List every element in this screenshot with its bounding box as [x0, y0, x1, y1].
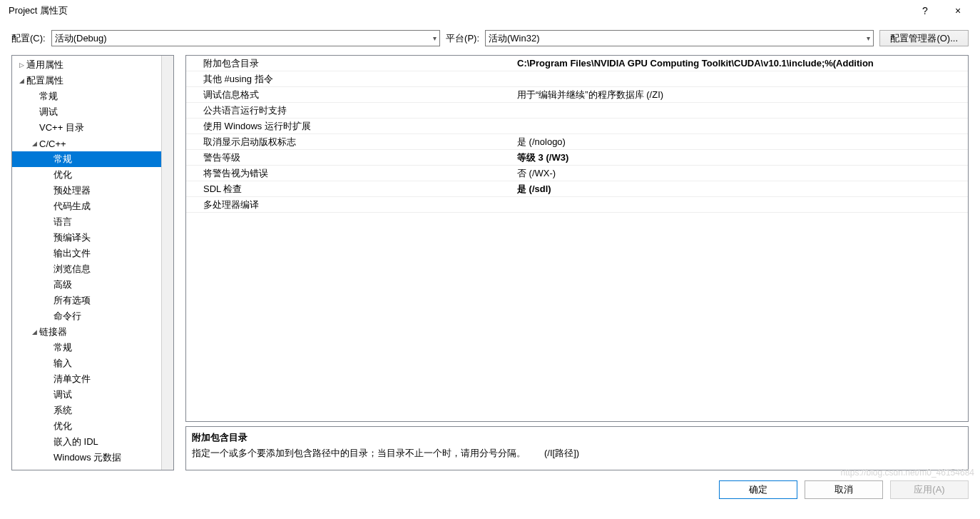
tree-item-label: Windows 元数据: [53, 451, 121, 464]
property-value[interactable]: C:\Program Files\NVIDIA GPU Computing To…: [514, 58, 968, 69]
close-button[interactable]: ×: [941, 0, 974, 21]
property-row[interactable]: 调试信息格式用于“编辑并继续”的程序数据库 (/ZI): [186, 87, 968, 103]
config-combo[interactable]: 活动(Debug) ▾: [51, 30, 440, 46]
tree-item-label: 常规: [53, 341, 72, 354]
tree-item[interactable]: 高级: [12, 277, 162, 293]
tree-item-label: 嵌入的 IDL: [53, 435, 98, 448]
property-row[interactable]: 其他 #using 指令: [186, 71, 968, 87]
property-row[interactable]: 警告等级等级 3 (/W3): [186, 150, 968, 166]
tree-item[interactable]: 输出文件: [12, 246, 162, 261]
config-manager-button[interactable]: 配置管理器(O)...: [879, 30, 969, 46]
property-row[interactable]: 多处理器编译: [186, 197, 968, 213]
property-row[interactable]: 公共语言运行时支持: [186, 103, 968, 119]
tree-item-label: 预处理器: [53, 184, 91, 197]
tree-item-label: 语言: [53, 216, 72, 228]
tree-item[interactable]: 优化: [12, 418, 162, 434]
ok-button[interactable]: 确定: [719, 480, 797, 499]
property-value[interactable]: 否 (/WX-): [514, 167, 968, 180]
config-label: 配置(C):: [11, 32, 46, 45]
tree-item[interactable]: 常规: [12, 89, 162, 104]
tree-item[interactable]: 语言: [12, 214, 162, 230]
config-combo-value: 活动(Debug): [55, 32, 433, 45]
property-label: 将警告视为错误: [186, 167, 514, 180]
property-label: SDL 检查: [186, 183, 514, 196]
tree-item[interactable]: 预处理器: [12, 183, 162, 198]
tree-item[interactable]: 所有选项: [12, 293, 162, 308]
tree-item[interactable]: 常规: [12, 340, 162, 356]
expanded-icon[interactable]: ◢: [29, 140, 39, 147]
property-value[interactable]: 是 (/sdl): [514, 183, 968, 196]
tree-item-label: 输出文件: [53, 247, 91, 260]
tree-item[interactable]: VC++ 目录: [12, 120, 162, 136]
tree-item-label: VC++ 目录: [39, 121, 84, 134]
property-row[interactable]: SDL 检查是 (/sdl): [186, 181, 968, 197]
property-value[interactable]: 用于“编辑并继续”的程序数据库 (/ZI): [514, 89, 968, 101]
tree-item[interactable]: 代码生成: [12, 198, 162, 214]
tree-item-label: 系统: [53, 404, 72, 417]
expanded-icon[interactable]: ◢: [16, 77, 26, 84]
tree-item[interactable]: ◢配置属性: [12, 73, 162, 89]
chevron-down-icon: ▾: [867, 34, 870, 42]
tree-item-label: 优化: [53, 420, 72, 433]
dialog-footer: 确定 取消 应用(A): [0, 470, 980, 499]
property-label: 多处理器编译: [186, 198, 514, 211]
platform-combo[interactable]: 活动(Win32) ▾: [485, 30, 874, 46]
tree-item-label: 通用属性: [26, 59, 63, 71]
category-tree: ▴ ▷通用属性◢配置属性常规调试VC++ 目录◢C/C++常规优化预处理器代码生…: [11, 55, 174, 470]
description-panel: 附加包含目录 指定一个或多个要添加到包含路径中的目录；当目录不止一个时，请用分号…: [185, 426, 969, 470]
collapsed-icon[interactable]: ▷: [16, 61, 26, 69]
property-label: 取消显示启动版权标志: [186, 136, 514, 148]
expanded-icon[interactable]: ◢: [29, 328, 39, 336]
tree-item-label: 所有选项: [53, 294, 91, 307]
tree-item-label: 调试: [53, 388, 72, 401]
tree-item[interactable]: 常规: [12, 151, 162, 167]
tree-item[interactable]: 浏览信息: [12, 261, 162, 277]
tree-item-label: 配置属性: [26, 74, 63, 87]
tree-item[interactable]: 嵌入的 IDL: [12, 434, 162, 450]
tree-item[interactable]: ▷通用属性: [12, 57, 162, 73]
property-value[interactable]: 是 (/nologo): [514, 136, 968, 148]
tree-item[interactable]: 命令行: [12, 308, 162, 324]
property-grid: 附加包含目录C:\Program Files\NVIDIA GPU Comput…: [185, 55, 969, 422]
tree-item-label: 预编译头: [53, 231, 91, 244]
tree-item-label: 调试: [39, 106, 58, 119]
property-row[interactable]: 使用 Windows 运行时扩展: [186, 119, 968, 134]
tree-item[interactable]: 优化: [12, 167, 162, 183]
tree-item-label: 清单文件: [53, 373, 91, 386]
description-title: 附加包含目录: [192, 431, 962, 444]
property-label: 附加包含目录: [186, 57, 514, 70]
tree-item-label: 常规: [39, 90, 58, 103]
window-title: Project 属性页: [6, 4, 909, 17]
help-button[interactable]: ?: [909, 0, 941, 21]
toolbar: 配置(C): 活动(Debug) ▾ 平台(P): 活动(Win32) ▾ 配置…: [0, 21, 980, 55]
tree-item[interactable]: 调试: [12, 104, 162, 120]
scroll-up-button[interactable]: ▴: [162, 56, 173, 67]
tree-item[interactable]: 调试: [12, 387, 162, 403]
tree-item[interactable]: 系统: [12, 403, 162, 418]
property-label: 使用 Windows 运行时扩展: [186, 120, 514, 133]
tree-item-label: 命令行: [53, 310, 81, 323]
tree-item[interactable]: 输入: [12, 356, 162, 371]
description-body: 指定一个或多个要添加到包含路径中的目录；当目录不止一个时，请用分号分隔。 (/I…: [192, 447, 962, 460]
property-label: 其他 #using 指令: [186, 73, 514, 86]
property-value[interactable]: 等级 3 (/W3): [514, 151, 968, 164]
property-label: 调试信息格式: [186, 89, 514, 101]
property-row[interactable]: 附加包含目录C:\Program Files\NVIDIA GPU Comput…: [186, 56, 968, 71]
apply-button[interactable]: 应用(A): [890, 480, 969, 499]
platform-label: 平台(P):: [446, 32, 479, 45]
tree-item[interactable]: ◢链接器: [12, 324, 162, 340]
property-row[interactable]: 将警告视为错误否 (/WX-): [186, 166, 968, 181]
tree-item[interactable]: ◢C/C++: [12, 136, 162, 151]
tree-item-label: 优化: [53, 168, 72, 181]
tree-item-label: 高级: [53, 278, 72, 291]
tree-item-label: 输入: [53, 357, 72, 370]
scroll-down-button[interactable]: ▾: [162, 458, 173, 470]
chevron-down-icon: ▾: [433, 34, 437, 42]
tree-item[interactable]: 清单文件: [12, 371, 162, 387]
tree-item[interactable]: 预编译头: [12, 230, 162, 246]
property-label: 公共语言运行时支持: [186, 104, 514, 117]
cancel-button[interactable]: 取消: [805, 480, 883, 499]
tree-item-label: 代码生成: [53, 200, 91, 213]
property-row[interactable]: 取消显示启动版权标志是 (/nologo): [186, 134, 968, 150]
tree-item[interactable]: Windows 元数据: [12, 450, 162, 465]
